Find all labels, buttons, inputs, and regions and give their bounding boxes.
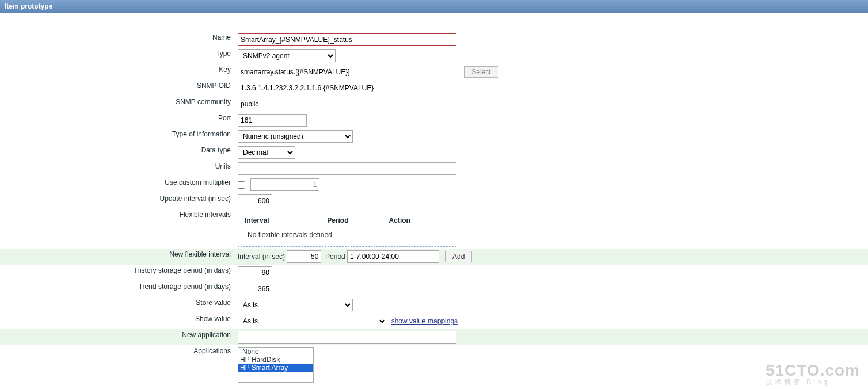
port-input[interactable]: [238, 114, 307, 127]
panel-title: Item prototype: [0, 0, 868, 13]
label-show-value: Show value: [0, 313, 234, 329]
flex-empty-text: No flexible intervals defined.: [244, 229, 450, 241]
snmp-oid-input[interactable]: [238, 82, 456, 94]
application-option[interactable]: HP Smart Array: [238, 364, 313, 372]
label-type: Type: [0, 48, 234, 64]
units-input[interactable]: [238, 162, 456, 175]
flex-col-action: Action: [389, 216, 450, 229]
label-trend: Trend storage period (in days): [0, 281, 234, 297]
label-snmp-community: SNMP community: [0, 96, 234, 112]
label-update-interval: Update interval (in sec): [0, 193, 234, 209]
type-select[interactable]: SNMPv2 agent: [238, 49, 336, 62]
multiplier-input: [250, 178, 319, 191]
flexible-intervals-box: Interval Period Action No flexible inter…: [238, 211, 456, 247]
update-interval-input[interactable]: [238, 194, 272, 207]
application-option[interactable]: -None-: [238, 348, 313, 356]
label-data-type: Data type: [0, 144, 234, 161]
flex-col-interval: Interval: [244, 216, 326, 229]
new-flex-interval-input[interactable]: [287, 250, 321, 263]
label-name: Name: [0, 32, 234, 48]
label-interval-in-sec: Interval (in sec): [238, 253, 285, 261]
label-key: Key: [0, 64, 234, 80]
label-new-flex: New flexible interval: [0, 249, 234, 265]
flex-col-period: Period: [326, 216, 388, 229]
snmp-community-input[interactable]: [238, 98, 456, 110]
trend-input[interactable]: [238, 283, 272, 295]
label-new-app: New application: [0, 329, 234, 345]
new-flex-period-input[interactable]: [347, 250, 439, 263]
new-application-input[interactable]: [238, 331, 456, 344]
label-applications: Applications: [0, 345, 234, 384]
add-flex-interval-button[interactable]: Add: [445, 251, 472, 262]
label-store-value: Store value: [0, 297, 234, 313]
use-multiplier-checkbox[interactable]: [238, 181, 245, 189]
select-key-button[interactable]: Select: [464, 66, 498, 78]
data-type-select[interactable]: Decimal: [238, 146, 295, 159]
key-input[interactable]: [238, 66, 456, 78]
label-period: Period: [325, 253, 345, 261]
label-history: History storage period (in days): [0, 265, 234, 281]
application-option[interactable]: HP HardDisk: [238, 356, 313, 364]
history-input[interactable]: [238, 266, 272, 279]
item-form: Name Type SNMPv2 agent Key Select SNMP O…: [0, 13, 868, 384]
show-value-select[interactable]: As is: [238, 315, 387, 327]
show-value-mappings-link[interactable]: show value mappings: [391, 317, 458, 325]
name-input[interactable]: [238, 33, 456, 46]
type-of-information-select[interactable]: Numeric (unsigned): [238, 130, 353, 143]
label-flex-intervals: Flexible intervals: [0, 209, 234, 249]
applications-listbox[interactable]: -None-HP HardDiskHP Smart Array: [238, 347, 314, 383]
label-port: Port: [0, 112, 234, 128]
label-use-mult: Use custom multiplier: [0, 177, 234, 193]
label-units: Units: [0, 161, 234, 177]
label-toi: Type of information: [0, 128, 234, 144]
label-snmp-oid: SNMP OID: [0, 80, 234, 96]
store-value-select[interactable]: As is: [238, 299, 353, 311]
